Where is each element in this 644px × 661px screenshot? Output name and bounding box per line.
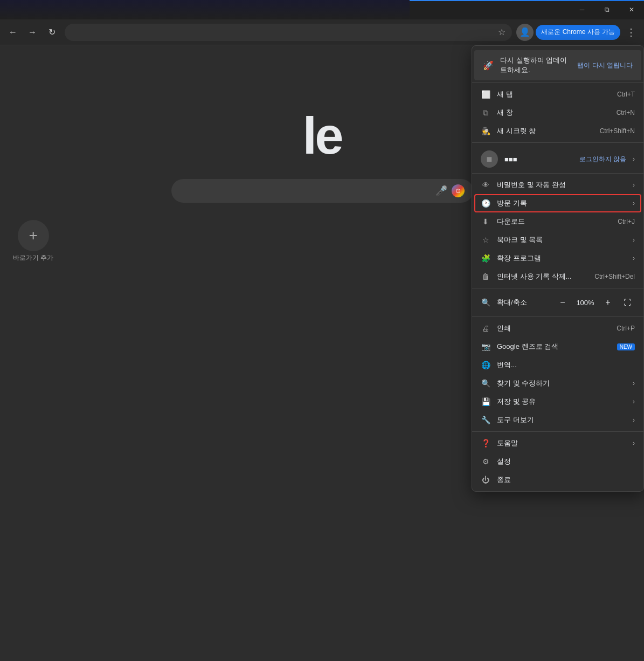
incognito-shortcut: Ctrl+Shift+N [600,127,635,135]
new-tab-icon: ⬜ [481,89,490,99]
clear-label: 인터넷 사용 기록 삭제... [497,272,588,281]
menu-item-translate[interactable]: 🌐 번역... [472,356,643,374]
bookmarks-arrow: › [633,236,635,244]
minimize-button[interactable]: ─ [570,0,594,19]
passwords-label: 비밀번호 및 자동 완성 [497,180,626,190]
update-text: 다시 실행하여 업데이트하세요. [500,56,571,75]
new-window-shortcut: Ctrl+N [617,109,635,116]
find-arrow: › [633,380,635,387]
help-label: 도움말 [497,438,626,448]
tools-icon: 🔧 [481,415,490,425]
fullscreen-button[interactable]: ⛶ [620,295,635,310]
shortcuts-area: + 바로가기 추가 [13,220,53,263]
new-window-icon: ⧉ [481,108,490,118]
menu-item-exit[interactable]: ⏻ 종료 [472,471,643,489]
back-button[interactable]: ← [4,24,22,41]
update-icon: 🚀 [483,60,494,71]
new-window-label: 새 창 [497,108,610,118]
translate-icon: 🌐 [481,360,490,370]
clear-icon: 🗑 [481,272,490,281]
new-chrome-label: 새로운 Chrome 사용 가능 [541,27,615,37]
menu-item-extensions[interactable]: 🧩 확장 프로그램 › [472,249,643,267]
menu-item-new-window[interactable]: ⧉ 새 창 Ctrl+N [472,104,643,122]
print-label: 인쇄 [497,323,610,333]
google-logo: le [302,110,341,162]
save-icon: 💾 [481,397,490,407]
window-controls: ─ ⧉ ✕ [570,0,644,19]
menu-item-bookmarks[interactable]: ☆ 북마크 및 목록 › [472,231,643,249]
zoom-control-row: 🔍 확대/축소 − 100% + ⛶ [472,291,643,314]
close-button[interactable]: ✕ [619,0,644,19]
restore-button[interactable]: ⧉ [594,0,619,19]
new-tab-shortcut: Ctrl+T [617,91,635,98]
zoom-value: 100% [574,299,596,307]
menu-item-incognito[interactable]: 🕵 새 시크릿 창 Ctrl+Shift+N [472,122,643,140]
profile-button[interactable]: 👤 [516,24,534,41]
menu-item-downloads[interactable]: ⬇ 다운로드 Ctrl+J [472,212,643,231]
zoom-minus-button[interactable]: − [555,295,570,310]
settings-icon: ⚙ [481,457,490,466]
extensions-arrow: › [633,254,635,262]
zoom-icon: 🔍 [481,298,490,307]
incognito-label: 새 시크릿 창 [497,126,593,136]
add-shortcut-button[interactable]: + [18,220,49,251]
refresh-button[interactable]: ↻ [43,24,60,41]
divider-4 [472,316,643,317]
new-chrome-button[interactable]: 새로운 Chrome 사용 가능 [536,25,620,40]
print-icon: 🖨 [481,323,490,333]
menu-item-clear[interactable]: 🗑 인터넷 사용 기록 삭제... Ctrl+Shift+Del [472,267,643,286]
translate-label: 번역... [497,360,635,370]
zoom-controls: − 100% + ⛶ [555,295,635,310]
star-icon[interactable]: ☆ [498,27,505,37]
print-shortcut: Ctrl+P [617,325,635,332]
menu-item-print[interactable]: 🖨 인쇄 Ctrl+P [472,319,643,338]
profile-section[interactable]: ■ ■■■ 로그인하지 않음 › [472,145,643,174]
menu-item-help[interactable]: ❓ 도움말 › [472,434,643,452]
bookmarks-label: 북마크 및 목록 [497,235,626,245]
find-label: 찾기 및 수정하기 [497,378,626,388]
divider-5 [472,431,643,432]
forward-button[interactable]: → [24,24,41,41]
bookmarks-icon: ☆ [481,235,490,245]
downloads-label: 다운로드 [497,217,611,226]
zoom-plus-button[interactable]: + [600,295,615,310]
incognito-icon: 🕵 [481,126,490,136]
address-bar[interactable]: ☆ [65,24,512,41]
tab-area [0,0,410,19]
menu-item-history[interactable]: 🕐 방문 기록 › [474,194,641,212]
exit-icon: ⏻ [481,475,490,485]
update-action: 탭이 다시 열립니다 [577,61,633,70]
toolbar-right: 👤 새로운 Chrome 사용 가능 ⋮ [516,24,640,41]
browser-toolbar: ← → ↻ ☆ 👤 새로운 Chrome 사용 가능 ⋮ [0,19,644,45]
update-banner[interactable]: 🚀 다시 실행하여 업데이트하세요. 탭이 다시 열립니다 [474,50,641,80]
search-bar[interactable]: 🎤 ⊙ [171,179,473,203]
profile-arrow: › [633,155,635,163]
title-bar: ─ ⧉ ✕ [0,0,644,19]
extensions-label: 확장 프로그램 [497,253,626,263]
downloads-shortcut: Ctrl+J [618,218,635,225]
search-input[interactable] [180,179,431,203]
menu-item-save[interactable]: 💾 저장 및 공유 › [472,393,643,411]
clear-shortcut: Ctrl+Shift+Del [594,273,635,280]
shortcut-add-item[interactable]: + 바로가기 추가 [13,220,53,263]
history-icon: 🕐 [481,198,490,208]
lens-icon[interactable]: ⊙ [452,184,465,197]
menu-item-passwords[interactable]: 👁 비밀번호 및 자동 완성 › [472,176,643,194]
divider-3 [472,288,643,288]
zoom-label: 확대/축소 [497,298,549,307]
menu-item-google-lens[interactable]: 📷 Google 렌즈로 검색 NEW [472,338,643,356]
history-arrow: › [633,199,635,207]
menu-item-tools[interactable]: 🔧 도구 더보기 › [472,411,643,429]
passwords-icon: 👁 [481,180,490,190]
mic-icon[interactable]: 🎤 [435,185,447,197]
save-label: 저장 및 공유 [497,397,626,407]
divider-1 [472,82,643,83]
tools-label: 도구 더보기 [497,415,626,425]
menu-button[interactable]: ⋮ [622,24,640,41]
menu-item-find[interactable]: 🔍 찾기 및 수정하기 › [472,374,643,393]
profile-name: ■■■ [504,155,573,163]
find-icon: 🔍 [481,378,490,388]
main-content: le 🎤 ⊙ + 바로가기 추가 🚀 다시 실행하여 업데이트하세요. 탭이 다… [0,45,644,661]
menu-item-settings[interactable]: ⚙ 설정 [472,452,643,471]
menu-item-new-tab[interactable]: ⬜ 새 탭 Ctrl+T [472,85,643,104]
